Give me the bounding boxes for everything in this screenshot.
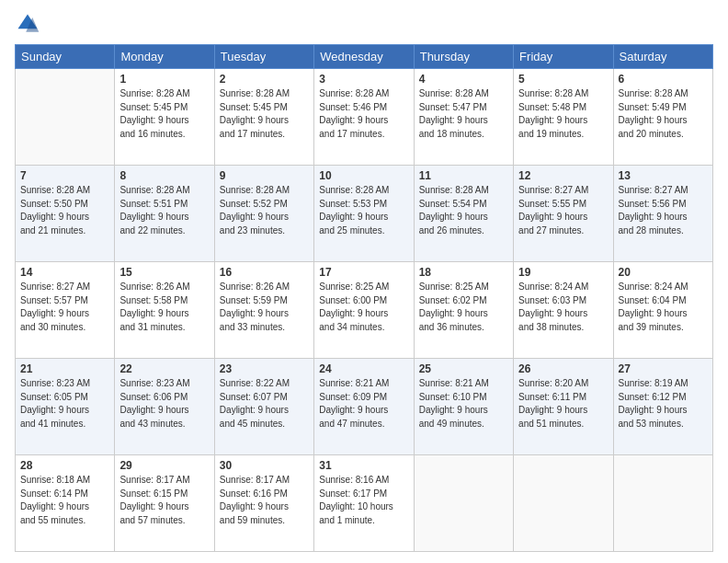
calendar-cell: 30Sunrise: 8:17 AMSunset: 6:16 PMDayligh…: [214, 455, 313, 552]
calendar-cell: 2Sunrise: 8:28 AMSunset: 5:45 PMDaylight…: [214, 69, 313, 166]
day-info: Sunrise: 8:28 AMSunset: 5:45 PMDaylight:…: [119, 87, 209, 141]
day-number: 30: [220, 459, 309, 472]
day-number: 28: [20, 459, 109, 472]
day-number: 25: [419, 362, 508, 375]
calendar-cell: 1Sunrise: 8:28 AMSunset: 5:45 PMDaylight…: [115, 69, 214, 166]
calendar-header-thursday: Thursday: [414, 45, 513, 69]
calendar-cell: 15Sunrise: 8:26 AMSunset: 5:58 PMDayligh…: [115, 262, 214, 359]
day-number: 19: [518, 266, 608, 279]
calendar-header-saturday: Saturday: [613, 45, 712, 69]
day-number: 20: [619, 266, 708, 279]
calendar-cell: 8Sunrise: 8:28 AMSunset: 5:51 PMDaylight…: [115, 166, 214, 262]
day-info: Sunrise: 8:28 AMSunset: 5:51 PMDaylight:…: [119, 184, 209, 237]
day-number: 7: [20, 169, 109, 182]
day-number: 3: [319, 73, 408, 86]
calendar-cell: 3Sunrise: 8:28 AMSunset: 5:46 PMDaylight…: [314, 69, 414, 166]
day-number: 17: [319, 266, 408, 279]
calendar-cell: 17Sunrise: 8:25 AMSunset: 6:00 PMDayligh…: [314, 262, 414, 359]
day-number: 18: [419, 266, 508, 279]
calendar-cell: 22Sunrise: 8:23 AMSunset: 6:06 PMDayligh…: [115, 359, 214, 455]
day-info: Sunrise: 8:28 AMSunset: 5:45 PMDaylight:…: [220, 87, 309, 141]
calendar-header-tuesday: Tuesday: [214, 45, 313, 69]
day-info: Sunrise: 8:28 AMSunset: 5:48 PMDaylight:…: [518, 87, 608, 141]
day-number: 22: [119, 362, 209, 375]
calendar-cell: 7Sunrise: 8:28 AMSunset: 5:50 PMDaylight…: [16, 166, 115, 262]
day-number: 8: [119, 169, 209, 182]
calendar-header-row: SundayMondayTuesdayWednesdayThursdayFrid…: [16, 45, 713, 69]
day-info: Sunrise: 8:23 AMSunset: 6:05 PMDaylight:…: [20, 377, 109, 431]
calendar-cell: 12Sunrise: 8:27 AMSunset: 5:55 PMDayligh…: [514, 166, 613, 262]
calendar-header-wednesday: Wednesday: [314, 45, 414, 69]
day-info: Sunrise: 8:27 AMSunset: 5:57 PMDaylight:…: [20, 281, 109, 334]
day-info: Sunrise: 8:28 AMSunset: 5:54 PMDaylight:…: [419, 184, 508, 237]
day-number: 6: [619, 73, 708, 86]
calendar-cell: 28Sunrise: 8:18 AMSunset: 6:14 PMDayligh…: [16, 455, 115, 552]
calendar-cell: 29Sunrise: 8:17 AMSunset: 6:15 PMDayligh…: [115, 455, 214, 552]
day-number: 1: [119, 73, 209, 86]
day-number: 11: [419, 169, 508, 182]
calendar-cell: 13Sunrise: 8:27 AMSunset: 5:56 PMDayligh…: [613, 166, 712, 262]
calendar-cell: 4Sunrise: 8:28 AMSunset: 5:47 PMDaylight…: [414, 69, 513, 166]
calendar-cell: 27Sunrise: 8:19 AMSunset: 6:12 PMDayligh…: [613, 359, 712, 455]
calendar-header-friday: Friday: [514, 45, 613, 69]
day-number: 5: [518, 73, 608, 86]
day-info: Sunrise: 8:28 AMSunset: 5:46 PMDaylight:…: [319, 87, 408, 141]
page: SundayMondayTuesdayWednesdayThursdayFrid…: [0, 0, 728, 563]
day-number: 26: [518, 362, 608, 375]
day-info: Sunrise: 8:16 AMSunset: 6:17 PMDaylight:…: [319, 474, 408, 527]
calendar-cell: 16Sunrise: 8:26 AMSunset: 5:59 PMDayligh…: [214, 262, 313, 359]
day-number: 12: [518, 169, 608, 182]
day-info: Sunrise: 8:21 AMSunset: 6:09 PMDaylight:…: [319, 377, 408, 431]
calendar-cell: [613, 455, 712, 552]
calendar-week-row: 1Sunrise: 8:28 AMSunset: 5:45 PMDaylight…: [16, 69, 713, 166]
calendar-week-row: 7Sunrise: 8:28 AMSunset: 5:50 PMDaylight…: [16, 166, 713, 262]
calendar-cell: 9Sunrise: 8:28 AMSunset: 5:52 PMDaylight…: [214, 166, 313, 262]
calendar-cell: 10Sunrise: 8:28 AMSunset: 5:53 PMDayligh…: [314, 166, 414, 262]
calendar-header-sunday: Sunday: [16, 45, 115, 69]
calendar-cell: [414, 455, 513, 552]
day-number: 2: [220, 73, 309, 86]
calendar-cell: [16, 69, 115, 166]
day-info: Sunrise: 8:24 AMSunset: 6:03 PMDaylight:…: [518, 281, 608, 334]
day-info: Sunrise: 8:23 AMSunset: 6:06 PMDaylight:…: [119, 377, 209, 431]
day-info: Sunrise: 8:25 AMSunset: 6:02 PMDaylight:…: [419, 281, 508, 334]
day-number: 24: [319, 362, 408, 375]
calendar-week-row: 14Sunrise: 8:27 AMSunset: 5:57 PMDayligh…: [16, 262, 713, 359]
calendar-cell: 21Sunrise: 8:23 AMSunset: 6:05 PMDayligh…: [16, 359, 115, 455]
calendar-cell: 31Sunrise: 8:16 AMSunset: 6:17 PMDayligh…: [314, 455, 414, 552]
calendar-cell: 25Sunrise: 8:21 AMSunset: 6:10 PMDayligh…: [414, 359, 513, 455]
day-info: Sunrise: 8:17 AMSunset: 6:15 PMDaylight:…: [119, 474, 209, 527]
calendar-cell: 11Sunrise: 8:28 AMSunset: 5:54 PMDayligh…: [414, 166, 513, 262]
day-number: 31: [319, 459, 408, 472]
day-number: 23: [220, 362, 309, 375]
calendar-table: SundayMondayTuesdayWednesdayThursdayFrid…: [15, 44, 713, 552]
day-number: 15: [119, 266, 209, 279]
day-info: Sunrise: 8:26 AMSunset: 5:59 PMDaylight:…: [220, 281, 309, 334]
calendar-week-row: 28Sunrise: 8:18 AMSunset: 6:14 PMDayligh…: [16, 455, 713, 552]
day-info: Sunrise: 8:26 AMSunset: 5:58 PMDaylight:…: [119, 281, 209, 334]
day-number: 9: [220, 169, 309, 182]
calendar-cell: 24Sunrise: 8:21 AMSunset: 6:09 PMDayligh…: [314, 359, 414, 455]
day-info: Sunrise: 8:28 AMSunset: 5:47 PMDaylight:…: [419, 87, 508, 141]
calendar-cell: 18Sunrise: 8:25 AMSunset: 6:02 PMDayligh…: [414, 262, 513, 359]
day-number: 10: [319, 169, 408, 182]
day-info: Sunrise: 8:24 AMSunset: 6:04 PMDaylight:…: [619, 281, 708, 334]
day-number: 16: [220, 266, 309, 279]
day-info: Sunrise: 8:25 AMSunset: 6:00 PMDaylight:…: [319, 281, 408, 334]
day-info: Sunrise: 8:22 AMSunset: 6:07 PMDaylight:…: [220, 377, 309, 431]
calendar-cell: 20Sunrise: 8:24 AMSunset: 6:04 PMDayligh…: [613, 262, 712, 359]
calendar-cell: 23Sunrise: 8:22 AMSunset: 6:07 PMDayligh…: [214, 359, 313, 455]
calendar-cell: 14Sunrise: 8:27 AMSunset: 5:57 PMDayligh…: [16, 262, 115, 359]
day-info: Sunrise: 8:21 AMSunset: 6:10 PMDaylight:…: [419, 377, 508, 431]
logo: [15, 11, 44, 37]
day-info: Sunrise: 8:19 AMSunset: 6:12 PMDaylight:…: [619, 377, 708, 431]
calendar-cell: 19Sunrise: 8:24 AMSunset: 6:03 PMDayligh…: [514, 262, 613, 359]
day-info: Sunrise: 8:28 AMSunset: 5:49 PMDaylight:…: [619, 87, 708, 141]
day-number: 29: [119, 459, 209, 472]
header: [15, 11, 713, 37]
day-info: Sunrise: 8:28 AMSunset: 5:52 PMDaylight:…: [220, 184, 309, 237]
day-number: 4: [419, 73, 508, 86]
day-number: 27: [619, 362, 708, 375]
day-info: Sunrise: 8:18 AMSunset: 6:14 PMDaylight:…: [20, 474, 109, 527]
day-info: Sunrise: 8:17 AMSunset: 6:16 PMDaylight:…: [220, 474, 309, 527]
